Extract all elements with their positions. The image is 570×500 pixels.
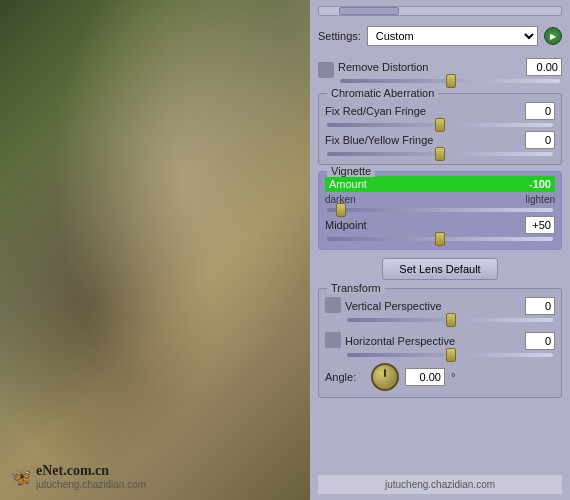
bottom-text: jutucheng.chazidian.com [385,479,495,490]
image-preview: 🦋 eNet.com.cn jutucheng.chazidian.com [0,0,310,500]
fix-blue-yellow-value[interactable] [525,131,555,149]
fix-blue-yellow-label: Fix Blue/Yellow Fringe [325,134,521,146]
settings-label: Settings: [318,30,361,42]
amount-thumb[interactable] [336,203,346,217]
remove-distortion-value[interactable] [526,58,562,76]
horizontal-perspective-track[interactable] [347,353,553,357]
fix-blue-yellow-slider-row [325,152,555,156]
vertical-perspective-slider-row [345,318,555,322]
amount-track[interactable] [327,208,553,212]
fix-red-cyan-value[interactable] [525,102,555,120]
amount-slider-row [325,208,555,212]
vertical-perspective-label: Vertical Perspective [345,300,521,312]
fix-red-cyan-track[interactable] [327,123,553,127]
settings-select[interactable]: Custom [367,26,538,46]
watermark-brand: eNet.com.cn [36,463,146,479]
butterfly-icon: 🦋 [10,466,32,488]
chromatic-aberration-section: Chromatic Aberration Fix Red/Cyan Fringe… [318,93,562,165]
chromatic-aberration-title: Chromatic Aberration [327,87,438,99]
midpoint-value[interactable] [525,216,555,234]
midpoint-slider-row [325,237,555,241]
fix-red-cyan-thumb[interactable] [435,118,445,132]
fix-red-cyan-label: Fix Red/Cyan Fringe [325,105,521,117]
angle-label: Angle: [325,371,365,383]
horizontal-perspective-label: Horizontal Perspective [345,335,521,347]
angle-row: Angle: ° [325,363,555,391]
fix-blue-yellow-track[interactable] [327,152,553,156]
watermark: 🦋 eNet.com.cn jutucheng.chazidian.com [10,463,146,490]
fix-blue-yellow-thumb[interactable] [435,147,445,161]
midpoint-thumb[interactable] [435,232,445,246]
angle-value[interactable] [405,368,445,386]
top-scrollbar[interactable] [318,6,562,16]
vertical-perspective-icon [325,297,341,313]
distortion-icon [318,62,334,78]
midpoint-track[interactable] [327,237,553,241]
transform-section: Transform Vertical Perspective Horizo [318,288,562,398]
fix-red-cyan-slider-row [325,123,555,127]
settings-row: Settings: Custom ▶ [318,26,562,46]
horizontal-perspective-thumb[interactable] [446,348,456,362]
watermark-sub: jutucheng.chazidian.com [36,479,146,490]
vertical-perspective-value[interactable] [525,297,555,315]
horizontal-perspective-icon [325,332,341,348]
lighten-label: lighten [526,194,555,205]
remove-distortion-thumb[interactable] [446,74,456,88]
amount-highlighted-row[interactable]: Amount -100 [325,176,555,192]
settings-action-btn[interactable]: ▶ [544,27,562,45]
vertical-perspective-thumb[interactable] [446,313,456,327]
bottom-bar: jutucheng.chazidian.com [318,474,562,494]
remove-distortion-slider-row [338,79,562,83]
darken-lighten-row: darken lighten [325,194,555,205]
amount-label: Amount [329,178,515,190]
degree-sign: ° [451,371,455,383]
horizontal-perspective-value[interactable] [525,332,555,350]
vignette-title: Vignette [327,165,375,177]
right-panel: Settings: Custom ▶ Remove Distortion Chr… [310,0,570,500]
amount-value: -100 [515,178,551,190]
remove-distortion-label: Remove Distortion [338,61,522,73]
vignette-section: Vignette Amount -100 darken lighten Midp… [318,171,562,250]
horizontal-perspective-slider-row [345,353,555,357]
transform-title: Transform [327,282,385,294]
angle-dial[interactable] [371,363,399,391]
midpoint-label: Midpoint [325,219,521,231]
vertical-perspective-track[interactable] [347,318,553,322]
scrollbar-thumb[interactable] [339,7,399,15]
set-lens-default-button[interactable]: Set Lens Default [382,258,497,280]
remove-distortion-track[interactable] [340,79,560,83]
